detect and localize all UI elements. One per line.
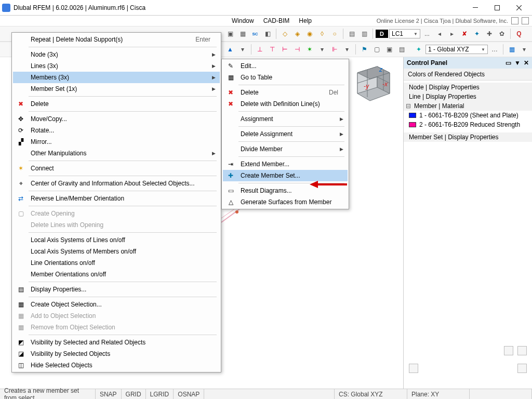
tb2-sq2[interactable]: ▣ (383, 44, 395, 55)
tb2-sq1[interactable]: ▢ (371, 44, 382, 55)
panel-node-header[interactable]: Node | Display Properties (404, 83, 532, 92)
ctx-center-gravity[interactable]: ⌖Center of Gravity and Information About… (13, 178, 220, 189)
menu-help[interactable]: Help (295, 16, 316, 25)
tb-r1-3[interactable]: ◧ (262, 28, 273, 39)
sub-goto-table[interactable]: ▦Go to Table (223, 72, 348, 83)
tb2-m1[interactable]: ⊥ (254, 44, 265, 55)
ctx-delete[interactable]: ✖Delete (13, 98, 220, 110)
status-grid[interactable]: GRID (122, 389, 146, 399)
panel-member-header[interactable]: ⊟Member | Material (404, 101, 532, 111)
menubar-util-1[interactable] (511, 17, 518, 24)
tb2-m4[interactable]: ⊣ (291, 44, 303, 55)
lc-next[interactable]: ▸ (446, 28, 458, 39)
ctx-vis-selected[interactable]: ◪Visibility by Selected Objects (13, 348, 220, 360)
ctx-localaxis-lines[interactable]: Local Axis Systems of Lines on/off (13, 234, 220, 246)
sub-divide-member[interactable]: Divide Member▶ (223, 143, 348, 155)
tb2-end1[interactable]: ▦ (506, 44, 517, 55)
menu-window[interactable]: Window (228, 16, 258, 25)
tb-axis[interactable]: ✦ (471, 28, 483, 39)
ctx-members[interactable]: Members (3x)▶ (13, 72, 220, 83)
ctx-vis-related[interactable]: ◩Visibility by Selected and Related Obje… (13, 337, 220, 348)
ctx-reverse[interactable]: ⇄Reverse Line/Member Orientation (13, 193, 220, 204)
status-snap[interactable]: SNAP (96, 389, 122, 399)
tb-r1-1[interactable]: ▣ (224, 28, 236, 39)
sub-delete[interactable]: ✖DeleteDel (223, 87, 348, 98)
ctx-connect[interactable]: ✶Connect (13, 163, 220, 174)
maximize-button[interactable] (486, 1, 508, 15)
menubar-util-2[interactable] (522, 17, 529, 24)
status-osnap[interactable]: OSNAP (174, 389, 204, 399)
ctx-mirror[interactable]: ▞Mirror... (13, 136, 220, 148)
lc-prev[interactable]: ◂ (434, 28, 445, 39)
tb2-1[interactable]: ▲ (224, 44, 236, 55)
tb2-2[interactable]: ▾ (237, 44, 248, 55)
ctx-display-props[interactable]: ▤Display Properties... (13, 284, 220, 295)
ctx-member-orient[interactable]: Member Orientations on/off (13, 269, 220, 280)
sub-delete-assignment[interactable]: Delete Assignment▶ (223, 128, 348, 140)
tb2-m3[interactable]: ⊢ (279, 44, 290, 55)
tb-lasso-2[interactable]: ◈ (291, 28, 303, 39)
ctx-localaxis-members[interactable]: Local Axis Systems of Members on/off (13, 246, 220, 257)
legend-item-2[interactable]: 2 - 6061-T6-B209 Reduced Strength (404, 120, 532, 129)
tb-grid-1[interactable]: ▤ (346, 28, 357, 39)
tb2-sq3[interactable]: ▤ (396, 44, 407, 55)
tb2-dots[interactable]: … (489, 44, 500, 55)
tb2-m6[interactable]: ▾ (316, 44, 328, 55)
sub-generate-surfaces[interactable]: △Generate Surfaces from Member (223, 196, 348, 208)
ctx-manipulations[interactable]: Other Manipulations▶ (13, 148, 220, 159)
ctx-node[interactable]: Node (3x)▶ (13, 49, 220, 60)
tb-lasso-5[interactable]: ○ (329, 28, 340, 39)
tb2-m8[interactable]: ▾ (341, 44, 353, 55)
panel-footer-ic-4[interactable] (517, 364, 527, 373)
panel-memberset-header[interactable]: Member Set | Display Properties (404, 132, 532, 142)
close-button[interactable] (508, 1, 530, 15)
lc-dots[interactable]: ... (421, 28, 433, 39)
sub-extend-member[interactable]: ⇥Extend Member... (223, 158, 348, 170)
panel-pin-icon[interactable]: ▼ (514, 59, 521, 66)
ctx-memberset[interactable]: Member Set (1x)▶ (13, 83, 220, 95)
sub-assignment[interactable]: Assignment▶ (223, 113, 348, 125)
ctx-hide-selected[interactable]: ◫Hide Selected Objects (13, 360, 220, 371)
tb2-m7[interactable]: ⊩ (329, 44, 340, 55)
panel-footer-ic-2[interactable] (517, 346, 527, 355)
ctx-rotate[interactable]: ⟳Rotate... (13, 125, 220, 136)
minimize-button[interactable] (464, 1, 486, 15)
tb-lasso-1[interactable]: ◇ (279, 28, 290, 39)
tb-lasso-4[interactable]: ◊ (316, 28, 328, 39)
status-lgrid[interactable]: LGRID (146, 389, 174, 399)
sub-delete-defline[interactable]: ✖Delete with Definition Line(s) (223, 98, 348, 110)
panel-line-header[interactable]: Line | Display Properties (404, 92, 532, 101)
tb-r1-2[interactable]: ▦ (237, 28, 248, 39)
tb-lasso-3[interactable]: ◉ (304, 28, 315, 39)
delete-icon: ✖ (15, 100, 26, 108)
ctx-move[interactable]: ✥Move/Copy... (13, 113, 220, 125)
tb-search[interactable]: Q (513, 28, 525, 39)
ctx-line-orient[interactable]: Line Orientations on/off (13, 257, 220, 269)
tb2-m5[interactable]: ✶ (304, 44, 315, 55)
loadcase-combo[interactable]: LC1▼ (389, 29, 420, 38)
tb-misc2[interactable]: ✿ (496, 28, 508, 39)
reverse-icon: ⇄ (15, 194, 26, 203)
tb-r1-sc[interactable]: SC (249, 28, 261, 39)
tb2-flag[interactable]: ⚑ (358, 44, 370, 55)
view-cube[interactable]: -y -x z (348, 60, 395, 107)
panel-footer-ic-3[interactable] (409, 364, 418, 373)
panel-undock-icon[interactable]: ▭ (506, 59, 511, 66)
tb-grid-2[interactable]: ▥ (358, 28, 370, 39)
panel-close-icon[interactable]: ✕ (524, 59, 529, 66)
tb2-cs-icon[interactable]: ✦ (413, 44, 424, 55)
panel-footer-ic-1[interactable] (504, 346, 513, 355)
license-info: Online License 2 | Cisca Tjoa | Dlubal S… (377, 18, 508, 24)
legend-item-1[interactable]: 1 - 6061-T6-B209 (Sheet and Plate) (404, 111, 532, 120)
tb2-end2[interactable]: ▾ (518, 44, 530, 55)
tb2-m2[interactable]: ⊤ (267, 44, 278, 55)
svg-text:-y: -y (364, 83, 369, 90)
sub-edit[interactable]: ✎Edit... (223, 60, 348, 72)
ctx-create-sel[interactable]: ▦Create Object Selection... (13, 299, 220, 310)
ctx-lines[interactable]: Lines (3x)▶ (13, 60, 220, 72)
tb-misc1[interactable]: ✚ (484, 28, 495, 39)
ctx-repeat[interactable]: Repeat | Delete Nodal Support(s)Enter (13, 34, 220, 45)
coord-system-combo[interactable]: 1 - Global XYZ▼ (425, 45, 488, 54)
menu-cadbim[interactable]: CAD-BIM (259, 16, 294, 25)
tb-pin[interactable]: ✘ (459, 28, 470, 39)
